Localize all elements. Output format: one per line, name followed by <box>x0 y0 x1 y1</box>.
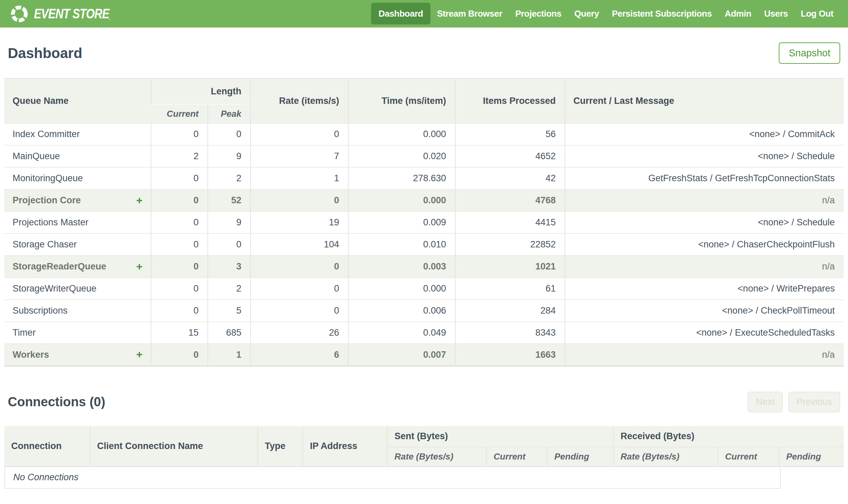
queue-group-row: Workers+ 0 1 6 0.007 1663 n/a <box>4 344 844 366</box>
col-length: Length <box>151 78 251 104</box>
col-sent-bytes: Sent (Bytes) <box>387 426 613 447</box>
next-button[interactable]: Next <box>747 392 783 412</box>
page-title: Dashboard <box>8 43 82 63</box>
queue-message: n/a <box>565 344 844 366</box>
previous-button[interactable]: Previous <box>788 392 840 412</box>
col-received-bytes: Received (Bytes) <box>613 426 844 447</box>
queue-name: Projection Core <box>13 195 81 205</box>
col-ip-address: IP Address <box>303 426 387 467</box>
snapshot-button[interactable]: Snapshot <box>779 42 840 64</box>
nav-item-users[interactable]: Users <box>758 3 794 24</box>
queue-row: Projections Master 0 9 19 0.009 4415 <no… <box>4 212 844 234</box>
connections-title: Connections (0) <box>8 395 105 409</box>
col-items-processed: Items Processed <box>455 78 565 123</box>
expand-icon[interactable]: + <box>136 194 143 206</box>
expand-icon[interactable]: + <box>136 348 143 361</box>
col-sent-rate: Rate (Bytes/s) <box>387 447 486 467</box>
queue-row: MainQueue 2 9 7 0.020 4652 <none> / Sche… <box>4 145 844 167</box>
queue-row: MonitoringQueue 0 2 1 278.630 42 GetFres… <box>4 167 844 190</box>
col-received-current: Current <box>718 447 779 467</box>
queue-message: <none> / Schedule <box>565 212 844 234</box>
queue-message: <none> / ExecuteScheduledTasks <box>565 322 844 344</box>
queue-message: <none> / ChaserCheckpointFlush <box>565 234 844 255</box>
col-rate: Rate (items/s) <box>251 78 348 123</box>
queue-message: <none> / Schedule <box>565 145 844 167</box>
nav-item-stream-browser[interactable]: Stream Browser <box>430 3 508 24</box>
queues-table: Queue Name Length Rate (items/s) Time (m… <box>4 78 844 366</box>
col-received-rate: Rate (Bytes/s) <box>613 447 718 467</box>
no-connections-message: No Connections <box>4 467 781 489</box>
col-length-current: Current <box>151 104 208 123</box>
nav-item-dashboard[interactable]: Dashboard <box>371 3 430 24</box>
col-sent-current: Current <box>486 447 547 467</box>
connections-header: Connections (0) Next Previous <box>4 392 844 412</box>
queue-message: n/a <box>565 255 844 277</box>
col-connection: Connection <box>4 426 90 467</box>
page-header: Dashboard Snapshot <box>4 42 844 64</box>
queue-row: Subscriptions 0 5 0 0.006 284 <none> / C… <box>4 300 844 322</box>
queue-row: Index Committer 0 0 0 0.000 56 <none> / … <box>4 123 844 145</box>
expand-icon[interactable]: + <box>136 260 143 272</box>
nav-item-admin[interactable]: Admin <box>718 3 758 24</box>
col-queue-name: Queue Name <box>4 78 151 123</box>
col-type: Type <box>258 426 303 467</box>
top-nav: EVENT STORE. Dashboard Stream Browser Pr… <box>0 0 848 28</box>
queue-row: StorageWriterQueue 0 2 0 0.000 61 <none>… <box>4 277 844 300</box>
col-time: Time (ms/item) <box>348 78 455 123</box>
queues-table-header: Queue Name Length Rate (items/s) Time (m… <box>4 78 844 123</box>
queue-message: <none> / CommitAck <box>565 123 844 145</box>
connections-table-header: Connection Client Connection Name Type I… <box>4 426 844 467</box>
main-content: Dashboard Snapshot Queue Name Length Rat… <box>0 42 848 489</box>
eventstore-logo-icon <box>8 2 31 25</box>
queue-name: Workers <box>13 349 49 360</box>
pager: Next Previous <box>747 392 840 412</box>
brand-mark: . <box>109 15 110 21</box>
nav-item-logout[interactable]: Log Out <box>794 3 840 24</box>
col-message: Current / Last Message <box>565 78 844 123</box>
queue-group-row: Projection Core+ 0 52 0 0.000 4768 n/a <box>4 190 844 212</box>
queue-message: <none> / CheckPollTimeout <box>565 300 844 322</box>
queue-message: <none> / WritePrepares <box>565 277 844 300</box>
queue-message: n/a <box>565 190 844 212</box>
queue-name: StorageReaderQueue <box>13 261 106 271</box>
col-client-connection-name: Client Connection Name <box>90 426 258 467</box>
nav-item-persistent-subscriptions[interactable]: Persistent Subscriptions <box>605 3 718 24</box>
queue-group-row: StorageReaderQueue+ 0 3 0 0.003 1021 n/a <box>4 255 844 277</box>
col-length-peak: Peak <box>208 104 251 123</box>
nav-item-query[interactable]: Query <box>568 3 606 24</box>
brand-name: EVENT STORE. <box>34 6 110 21</box>
nav-item-projections[interactable]: Projections <box>509 3 568 24</box>
queue-row: Timer 15 685 26 0.049 8343 <none> / Exec… <box>4 322 844 344</box>
brand[interactable]: EVENT STORE. <box>10 5 127 23</box>
queue-row: Storage Chaser 0 0 104 0.010 22852 <none… <box>4 234 844 255</box>
queue-message: GetFreshStats / GetFreshTcpConnectionSta… <box>565 167 844 190</box>
connections-table: Connection Client Connection Name Type I… <box>4 426 844 467</box>
col-received-pending: Pending <box>779 447 844 467</box>
col-sent-pending: Pending <box>547 447 613 467</box>
nav-menu: Dashboard Stream Browser Projections Que… <box>371 8 840 19</box>
